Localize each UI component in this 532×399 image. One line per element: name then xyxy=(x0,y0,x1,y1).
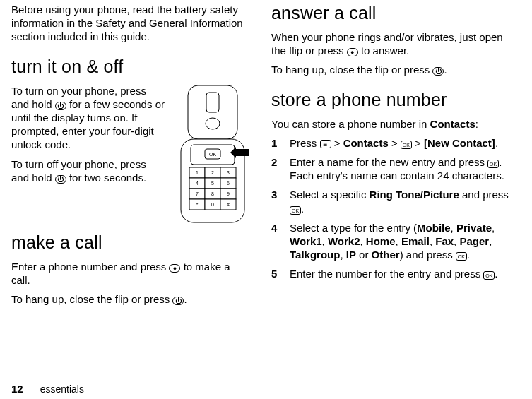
hang-up-paragraph-right: To hang up, close the flip or press ⏻. xyxy=(271,63,512,76)
heading-answer-call: answer a call xyxy=(271,3,512,23)
svg-text:3: 3 xyxy=(227,170,230,175)
hang-up-paragraph-left: To hang up, close the flip or press ⏻. xyxy=(11,292,252,306)
ok-key-icon: OK xyxy=(456,252,467,261)
heading-make-call: make a call xyxy=(11,232,252,253)
ok-key-icon: OK xyxy=(483,271,495,280)
step-3: 3 Select a specific Ring Tone/Picture an… xyxy=(271,188,512,215)
turn-on-block: To turn on your phone, press and hold ⏻ … xyxy=(11,84,252,225)
send-key-icon: ● xyxy=(169,264,180,273)
svg-text:7: 7 xyxy=(196,191,199,196)
step-4: 4 Select a type for the entry (Mobile, P… xyxy=(271,221,512,262)
ok-key-icon: OK xyxy=(401,141,412,149)
page-number: 12 xyxy=(11,383,23,395)
svg-text:6: 6 xyxy=(227,181,230,186)
power-key-icon: ⏻ xyxy=(55,102,66,110)
svg-rect-7 xyxy=(236,149,249,156)
phone-illustration: OK 123 456 789 *0# xyxy=(174,84,252,225)
step-2: 2 Enter a name for the new entry and pre… xyxy=(271,155,512,182)
step-1: 1 Press > Contacts > OK > [New Contact]. xyxy=(271,136,512,150)
ok-key-icon: OK xyxy=(487,160,499,168)
turn-off-paragraph: To turn off your phone, press and hold ⏻… xyxy=(11,157,165,184)
heading-turn-on-off: turn it on & off xyxy=(11,56,252,77)
turn-on-paragraph: To turn on your phone, press and hold ⏻ … xyxy=(11,84,165,152)
svg-text:OK: OK xyxy=(209,152,216,157)
answer-call-paragraph: When your phone rings and/or vibrates, j… xyxy=(271,30,512,57)
menu-key-icon xyxy=(320,140,331,148)
svg-text:*: * xyxy=(196,202,199,207)
section-name: essentials xyxy=(40,383,84,395)
step-5: 5 Enter the number for the entry and pre… xyxy=(271,267,512,280)
send-key-icon: ● xyxy=(347,48,358,56)
power-key-icon: ⏻ xyxy=(55,175,66,184)
svg-text:8: 8 xyxy=(211,191,214,196)
ok-key-icon: OK xyxy=(290,206,301,215)
svg-point-2 xyxy=(206,118,220,129)
right-column: answer a call When your phone rings and/… xyxy=(271,3,512,311)
store-intro-paragraph: You can store a phone number in Contacts… xyxy=(271,117,512,131)
svg-text:4: 4 xyxy=(196,181,199,186)
make-call-paragraph: Enter a phone number and press ● to make… xyxy=(11,260,252,287)
svg-text:5: 5 xyxy=(211,181,214,186)
page-footer: 12 essentials xyxy=(11,383,84,395)
svg-text:9: 9 xyxy=(227,191,230,196)
svg-text:2: 2 xyxy=(211,170,214,175)
end-key-icon: ⏻ xyxy=(172,297,184,305)
svg-text:0: 0 xyxy=(211,202,214,207)
heading-store-number: store a phone number xyxy=(271,90,512,110)
svg-text:1: 1 xyxy=(196,170,199,175)
battery-info-paragraph: Before using your phone, read the batter… xyxy=(11,3,252,44)
svg-text:#: # xyxy=(227,202,230,207)
left-column: Before using your phone, read the batter… xyxy=(11,3,252,311)
svg-rect-1 xyxy=(206,93,219,112)
end-key-icon: ⏻ xyxy=(432,67,444,76)
